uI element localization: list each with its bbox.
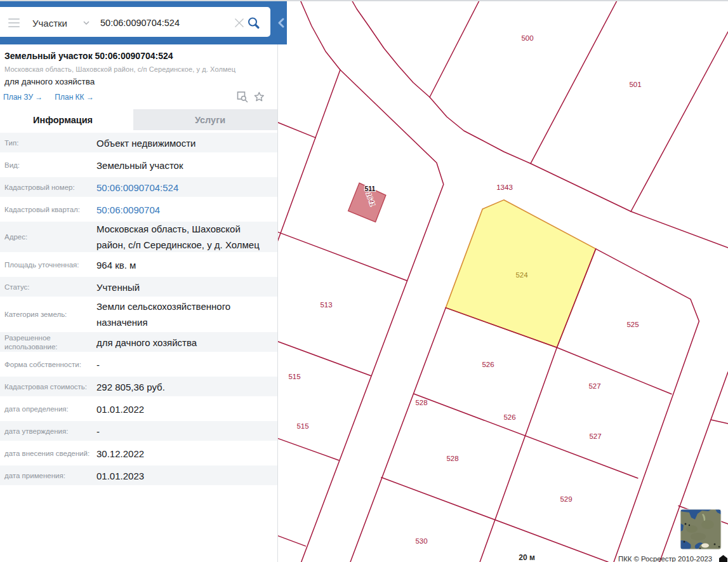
svg-text:513: 513 [320,301,332,309]
svg-text:500: 500 [521,34,533,42]
svg-text:1343: 1343 [496,184,513,191]
svg-text:530: 530 [415,537,427,545]
svg-text:529: 529 [560,495,572,503]
svg-text:511: 511 [365,185,376,192]
svg-text:515: 515 [288,373,300,380]
svg-text:501: 501 [629,81,641,88]
svg-text:528: 528 [446,455,458,462]
svg-text:526: 526 [482,361,494,368]
svg-text:527: 527 [589,432,601,440]
svg-text:525: 525 [626,321,639,328]
svg-text:528: 528 [415,399,427,406]
svg-text:524: 524 [515,271,528,279]
svg-text:527: 527 [588,382,600,390]
svg-text:ПКК © Росреестр 2010-2023: ПКК © Росреестр 2010-2023 [618,555,712,562]
svg-text:515: 515 [296,422,308,430]
svg-text:526: 526 [503,413,515,421]
svg-text:20 м: 20 м [519,553,535,562]
